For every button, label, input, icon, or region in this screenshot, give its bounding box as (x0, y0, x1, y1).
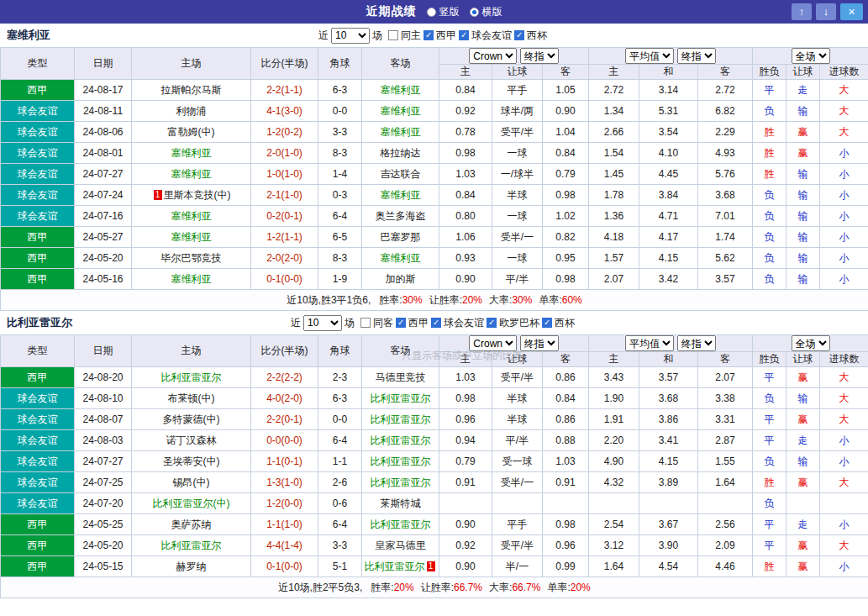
team-name-link[interactable]: 比利亚雷亚尔 (371, 519, 431, 530)
filter-checkbox[interactable]: 同主 (388, 29, 421, 43)
filter-checkbox[interactable]: 同客 (360, 316, 393, 330)
filter-checkbox[interactable]: 西杯 (514, 29, 547, 43)
scope-select[interactable]: 全场 (792, 335, 830, 351)
team-name-link[interactable]: 比利亚雷亚尔(中) (153, 498, 230, 509)
col-header-handicap-line: 让球 (492, 65, 543, 80)
team-name-link[interactable]: 格拉纳达 (381, 147, 421, 159)
team-name-link[interactable]: 巴塞罗那 (381, 231, 421, 243)
team-name-link[interactable]: 比利亚雷亚尔 (371, 392, 431, 404)
score-cell: 2-2(0-1) (251, 409, 318, 430)
team-name-link[interactable]: 比利亚雷亚尔 (371, 455, 431, 467)
checkbox-unchecked-icon[interactable] (388, 30, 398, 40)
euro-home-odds-cell: 1.36 (589, 206, 639, 227)
recent-count-select[interactable]: 10 (331, 28, 370, 44)
result-cell: 负 (753, 493, 786, 514)
recent-count-select[interactable]: 10 (303, 315, 342, 331)
radio-circle-icon[interactable] (427, 8, 436, 17)
euro-draw-odds-cell: 4.15 (639, 248, 698, 269)
team-name-link[interactable]: 莱斯特城 (381, 498, 421, 509)
scope-select[interactable]: 全场 (792, 48, 830, 64)
result-cell: 胜 (753, 472, 786, 493)
goals-result-cell: 小 (820, 206, 868, 227)
team-name-link[interactable]: 比利亚雷亚尔 (371, 413, 431, 425)
team-name-link[interactable]: 比利亚雷亚尔 (161, 371, 222, 383)
close-icon[interactable]: × (840, 3, 863, 20)
team-name-link[interactable]: 利物浦 (176, 105, 207, 117)
col-header-euro-home: 主 (589, 352, 639, 367)
team-name-link[interactable]: 多特蒙德(中) (163, 413, 220, 425)
checkbox-unchecked-icon[interactable] (360, 318, 371, 328)
checkbox-checked-icon[interactable] (431, 318, 441, 328)
euro-home-odds-cell: 1.57 (589, 248, 639, 269)
result-text: 胜 (765, 476, 775, 488)
bookmaker-select[interactable]: Crown (469, 48, 517, 64)
checkbox-checked-icon[interactable] (459, 30, 469, 40)
checkbox-checked-icon[interactable] (423, 30, 434, 40)
team-name-link[interactable]: 塞维利亚 (171, 210, 212, 222)
odds-stage-select-2[interactable]: 终指 (677, 48, 716, 64)
team-name-link[interactable]: 皇家马德里 (376, 540, 426, 551)
checkbox-checked-icon[interactable] (514, 30, 524, 40)
checkbox-checked-icon[interactable] (396, 318, 406, 328)
handicap-line-cell: 受平/半 (492, 535, 543, 556)
away-team-cell: 奥兰多海盗 (362, 206, 439, 227)
team-name-link[interactable]: 圣埃蒂安(中) (163, 455, 220, 467)
checkbox-checked-icon[interactable] (542, 318, 552, 328)
goals-result-cell: 大 (820, 535, 868, 556)
team-name-link[interactable]: 诺丁汉森林 (166, 434, 217, 446)
filter-checkbox[interactable]: 西甲 (396, 316, 429, 330)
team-name-link[interactable]: 布莱顿(中) (168, 392, 215, 404)
team-name-link[interactable]: 比利亚雷亚尔 (161, 540, 222, 551)
team-name-link[interactable]: 塞维利亚 (171, 273, 212, 285)
team-name-link[interactable]: 塞维利亚 (381, 105, 421, 117)
team-name-link[interactable]: 拉斯帕尔马斯 (161, 84, 222, 96)
filter-checkbox[interactable]: 西甲 (423, 29, 456, 43)
handicap-result-cell: 输 (786, 206, 820, 227)
team-name-link[interactable]: 富勒姆(中) (168, 126, 215, 138)
bookmaker-select[interactable]: Crown (469, 335, 517, 351)
team-name-link[interactable]: 比利亚雷亚尔 (365, 561, 425, 572)
team-name-link[interactable]: 吉达联合 (381, 168, 421, 180)
team-name-link[interactable]: 塞维利亚 (381, 84, 421, 96)
team-name-link[interactable]: 塞维利亚 (171, 231, 212, 243)
result-text: 小 (839, 252, 850, 264)
summary-stat-value: 66.7% (454, 582, 482, 593)
odds-stage-select[interactable]: 终指 (520, 335, 559, 351)
filter-checkbox[interactable]: 欧罗巴杯 (487, 316, 539, 330)
result-text: 负 (765, 105, 775, 117)
team-name-link[interactable]: 塞维利亚 (381, 189, 421, 201)
average-select[interactable]: 平均值 (625, 48, 674, 64)
table-row: 球会友谊24-08-06富勒姆(中)1-2(0-2)3-3塞维利亚0.78受平/… (1, 122, 868, 143)
team-name-link[interactable]: 比利亚雷亚尔 (371, 434, 431, 446)
team-name-link[interactable]: 加的斯 (386, 273, 416, 285)
team-name-link[interactable]: 塞维利亚 (381, 126, 421, 138)
up-arrow-icon[interactable]: ↑ (792, 3, 812, 20)
team-name-link[interactable]: 奥萨苏纳 (171, 519, 212, 530)
down-arrow-icon[interactable]: ↓ (816, 3, 836, 20)
team-name-link[interactable]: 奥兰多海盗 (376, 210, 426, 222)
team-name-link[interactable]: 塞维利亚 (171, 147, 212, 159)
matches-label: 场 (345, 316, 355, 330)
team-name-link[interactable]: 赫罗纳 (176, 561, 207, 572)
col-header-home: 主场 (132, 335, 251, 367)
filter-checkbox[interactable]: 球会友谊 (431, 316, 484, 330)
odds-stage-select-2[interactable]: 终指 (677, 335, 716, 351)
layout-radio-vertical[interactable]: 竖版 (427, 5, 460, 19)
checkbox-checked-icon[interactable] (487, 318, 497, 328)
filter-checkbox[interactable]: 球会友谊 (459, 29, 512, 43)
filter-checkbox[interactable]: 西杯 (542, 316, 575, 330)
summary-record: 近10场,胜3平1负6, (287, 294, 371, 306)
team-name-link[interactable]: 塞维利亚 (381, 252, 421, 264)
team-name-link[interactable]: 毕尔巴鄂竞技 (161, 252, 222, 264)
team-name-link[interactable]: 里斯本竞技(中) (164, 189, 231, 201)
league-type-cell: 球会友谊 (1, 185, 75, 206)
team-name-link[interactable]: 比利亚雷亚尔 (371, 476, 431, 488)
handicap-result-cell: 赢 (786, 409, 820, 430)
team-name-link[interactable]: 马德里竞技 (376, 371, 426, 383)
layout-radio-horizontal[interactable]: 横版 (470, 5, 502, 19)
average-select[interactable]: 平均值 (625, 335, 674, 351)
team-name-link[interactable]: 塞维利亚 (171, 168, 212, 180)
radio-circle-icon[interactable] (470, 8, 479, 17)
team-name-link[interactable]: 锡昂(中) (173, 476, 210, 488)
odds-stage-select[interactable]: 终指 (520, 48, 559, 64)
